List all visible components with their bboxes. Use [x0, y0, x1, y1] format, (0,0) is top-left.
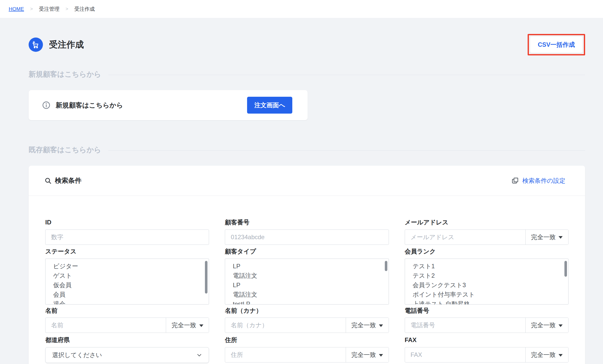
cart-plus-icon [29, 38, 43, 52]
main-content: 受注作成 CSV一括作成 新規顧客はこちらから 新規顧客はこちらから 注文画面へ… [0, 18, 603, 364]
field-name-kana: 名前（カナ） 完全一致 [225, 307, 389, 333]
scrollbar-thumb[interactable] [564, 261, 567, 277]
prefecture-select[interactable]: 選択してください [45, 347, 209, 363]
email-input[interactable] [405, 230, 525, 245]
fax-match-type-dropdown[interactable]: 完全一致 [525, 347, 568, 362]
name-kana-input[interactable] [225, 318, 345, 333]
annotation-highlight: CSV一括作成 [528, 34, 585, 55]
section-divider [108, 75, 585, 75]
listbox-option[interactable]: 会員ランクテスト3 [405, 280, 568, 290]
search-form: ID 顧客番号 メールアドレス 完全一致 [29, 219, 585, 364]
breadcrumb-separator: > [30, 6, 33, 12]
section-divider [108, 150, 585, 151]
settings-link-label: 検索条件の設定 [522, 177, 565, 185]
field-status: ステータス ビジターゲスト仮会員会員退会 [45, 248, 209, 305]
name-input[interactable] [45, 318, 166, 333]
search-card: 検索条件 検索条件の設定 ID [29, 166, 585, 364]
section-heading-text: 既存顧客はこちらから [29, 145, 101, 155]
caret-down-icon [559, 324, 563, 327]
phone-input[interactable] [405, 318, 525, 333]
caret-down-icon [559, 236, 563, 239]
search-conditions-settings-link[interactable]: 検索条件の設定 [511, 177, 565, 185]
field-label: FAX [405, 336, 569, 344]
field-label: 名前（カナ） [225, 307, 389, 314]
listbox-option[interactable]: ビジター [45, 261, 209, 271]
page-title: 受注作成 [49, 39, 84, 51]
match-type-label: 完全一致 [351, 351, 376, 359]
field-label: メールアドレス [405, 219, 569, 226]
breadcrumb-item-order-create: 受注作成 [74, 6, 95, 13]
new-customer-card-text: 新規顧客はこちらから [56, 101, 123, 110]
breadcrumb-item-order-management: 受注管理 [39, 6, 60, 13]
listbox-option[interactable]: ポイント付与率テスト [405, 290, 568, 299]
field-fax: FAX 完全一致 [405, 336, 569, 363]
listbox-option[interactable]: LP [225, 261, 388, 271]
field-customer-type: 顧客タイプ LP電話注文LP電話注文testLP [225, 248, 389, 305]
section-heading-existing-customer: 既存顧客はこちらから [29, 145, 585, 155]
listbox-option[interactable]: テスト2 [405, 271, 568, 280]
field-label: 都道府県 [45, 336, 209, 344]
breadcrumb-home-link[interactable]: HOME [9, 6, 24, 12]
match-type-label: 完全一致 [172, 321, 196, 329]
field-customer-number: 顧客番号 [225, 219, 389, 245]
customer-type-listbox[interactable]: LP電話注文LP電話注文testLP [225, 259, 389, 305]
id-input[interactable] [45, 230, 209, 245]
name-match-type-dropdown[interactable]: 完全一致 [166, 318, 209, 333]
field-label: 会員ランク [405, 248, 569, 255]
listbox-option[interactable]: LP [225, 280, 388, 290]
section-heading-new-customer: 新規顧客はこちらから [29, 69, 585, 79]
select-value: 選択してください [52, 351, 102, 359]
match-type-label: 完全一致 [531, 321, 555, 329]
listbox-option[interactable]: ゲスト [45, 271, 209, 280]
scrollbar-thumb[interactable] [385, 261, 387, 271]
field-prefecture: 都道府県 選択してください [45, 336, 209, 363]
field-label: ステータス [45, 248, 209, 255]
listbox-option[interactable]: 仮会員 [45, 280, 209, 290]
listbox-option[interactable]: 退会 [45, 299, 209, 305]
search-icon [44, 177, 52, 184]
search-card-header: 検索条件 検索条件の設定 [29, 166, 585, 196]
caret-down-icon [379, 354, 383, 357]
name-kana-match-type-dropdown[interactable]: 完全一致 [346, 318, 389, 333]
match-type-label: 完全一致 [531, 233, 555, 241]
field-label: 顧客タイプ [225, 248, 389, 255]
address-input[interactable] [225, 347, 345, 362]
caret-down-icon [199, 324, 203, 327]
match-type-label: 完全一致 [531, 351, 555, 359]
field-member-rank: 会員ランク テスト1テスト2会員ランクテスト3ポイント付与率テスト上達テスト 自… [405, 248, 569, 305]
scrollbar-thumb[interactable] [205, 261, 207, 294]
phone-match-type-dropdown[interactable]: 完全一致 [525, 318, 568, 333]
listbox-option[interactable]: 会員 [45, 290, 209, 299]
caret-down-icon [559, 354, 563, 357]
breadcrumb: HOME > 受注管理 > 受注作成 [0, 0, 603, 18]
field-label: ID [45, 219, 209, 226]
field-label: 顧客番号 [225, 219, 389, 226]
address-match-type-dropdown[interactable]: 完全一致 [346, 347, 389, 362]
field-address: 住所 完全一致 [225, 336, 389, 363]
breadcrumb-separator: > [66, 6, 68, 12]
fax-input[interactable] [405, 347, 525, 362]
field-id: ID [45, 219, 209, 245]
status-listbox[interactable]: ビジターゲスト仮会員会員退会 [45, 259, 209, 305]
info-icon [42, 101, 51, 110]
listbox-option[interactable]: 上達テスト 自動昇格 [405, 299, 568, 305]
csv-bulk-create-button[interactable]: CSV一括作成 [530, 37, 583, 53]
field-label: 住所 [225, 336, 389, 344]
customer-number-input[interactable] [225, 230, 388, 245]
listbox-option[interactable]: testLP [225, 299, 388, 305]
member-rank-listbox[interactable]: テスト1テスト2会員ランクテスト3ポイント付与率テスト上達テスト 自動昇格 [405, 259, 569, 305]
field-phone: 電話番号 完全一致 [405, 307, 569, 333]
listbox-option[interactable]: 電話注文 [225, 290, 388, 299]
go-to-order-screen-button[interactable]: 注文画面へ [247, 97, 292, 114]
section-heading-text: 新規顧客はこちらから [29, 69, 101, 79]
email-match-type-dropdown[interactable]: 完全一致 [525, 230, 568, 245]
match-type-label: 完全一致 [351, 321, 376, 329]
overlapping-squares-icon [511, 177, 519, 185]
caret-down-icon [379, 324, 383, 327]
field-label: 電話番号 [405, 307, 569, 314]
field-email: メールアドレス 完全一致 [405, 219, 569, 245]
listbox-option[interactable]: 電話注文 [225, 271, 388, 280]
field-name: 名前 完全一致 [45, 307, 209, 333]
search-conditions-title: 検索条件 [55, 176, 82, 185]
listbox-option[interactable]: テスト1 [405, 261, 568, 271]
